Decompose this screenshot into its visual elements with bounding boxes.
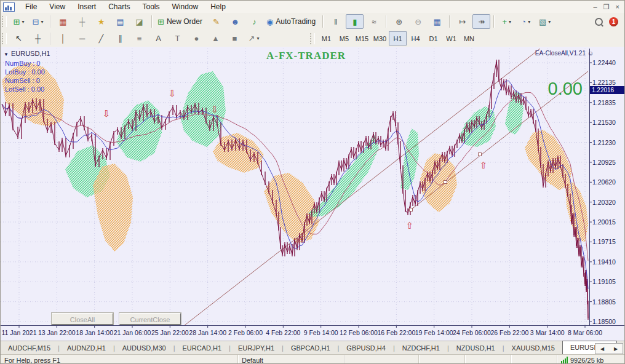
trendline-layer[interactable]: [185, 49, 588, 325]
new-order-button[interactable]: ⊞New Order: [156, 14, 206, 29]
chart-shift-button[interactable]: ↠: [472, 14, 490, 29]
price-axis-label[interactable]: 1.21835: [592, 99, 624, 106]
price-axis-label[interactable]: 1.19715: [592, 238, 624, 245]
chart-tab-nzdusd-h1[interactable]: NZDUSD,H1: [449, 342, 503, 354]
price-axis-label[interactable]: 1.22440: [592, 59, 624, 66]
chart-tab-gbpusd-h4[interactable]: GBPUSD,H4: [339, 342, 393, 354]
chart-tab-xauusd-m15[interactable]: XAUUSD,M15: [504, 342, 562, 354]
chart-canvas[interactable]: ⇩⇩⇩⇧⇧: [1, 47, 625, 341]
trendline-handle[interactable]: [479, 153, 482, 156]
text-label-button[interactable]: T: [169, 31, 186, 46]
arrows-icon: ↗: [249, 34, 255, 42]
timeframe-h4[interactable]: H4: [407, 31, 424, 46]
menu-view[interactable]: View: [43, 1, 71, 12]
timeframe-h1[interactable]: H1: [389, 31, 407, 46]
crosshair-button[interactable]: ┼: [29, 31, 47, 46]
toolbar-grip[interactable]: [2, 16, 7, 27]
new-chart-button[interactable]: ⊞▾: [10, 14, 28, 29]
timeframe-m5[interactable]: M5: [335, 31, 353, 46]
trendline[interactable]: [185, 49, 540, 325]
trendline-handle[interactable]: [410, 208, 413, 212]
navigator-button[interactable]: ★: [92, 14, 110, 29]
indicators-button[interactable]: +▾: [498, 14, 516, 29]
terminal-button[interactable]: ▤: [111, 14, 129, 29]
bar-chart-button[interactable]: ‖: [327, 14, 344, 29]
tab-scroll-right-icon[interactable]: ▶: [614, 346, 618, 352]
text-button[interactable]: A: [149, 31, 167, 46]
fibonacci-button[interactable]: ≡: [130, 31, 148, 46]
timeframe-mn[interactable]: MN: [460, 31, 478, 46]
chart-tab-eurjpy-h1[interactable]: EURJPY,H1: [231, 342, 282, 354]
symbol-label[interactable]: ▼EURUSD,H1: [4, 50, 50, 57]
price-axis-label[interactable]: 1.22135: [592, 79, 624, 86]
triangle-button[interactable]: ▲: [207, 31, 225, 46]
menu-tools[interactable]: Tools: [137, 1, 166, 12]
menu-insert[interactable]: Insert: [71, 1, 102, 12]
menu-window[interactable]: Window: [166, 1, 205, 12]
restore-button[interactable]: ❐: [603, 3, 610, 11]
price-axis-label[interactable]: 1.21530: [592, 119, 624, 126]
arrows-button[interactable]: ↗▾: [245, 31, 263, 46]
trendline-handle[interactable]: [444, 181, 447, 184]
strategy-tester-button[interactable]: ◪: [130, 14, 148, 29]
price-axis-label[interactable]: 1.20925: [592, 159, 624, 166]
metaeditor-button[interactable]: ✎: [207, 14, 225, 29]
equidistant-channel-button[interactable]: ∥: [111, 31, 129, 46]
timeframe-w1[interactable]: W1: [442, 31, 460, 46]
line-chart-button[interactable]: ≈: [365, 14, 383, 29]
status-profile[interactable]: Default: [238, 355, 344, 364]
tile-windows-button[interactable]: ▦: [428, 14, 446, 29]
trendline-tool-button[interactable]: ╱: [92, 31, 110, 46]
auto-scroll-button[interactable]: ↦: [453, 14, 471, 29]
price-axis-label[interactable]: 1.20015: [592, 218, 624, 226]
timeframe-m1[interactable]: M1: [317, 31, 335, 46]
chart-tab-eurcad-h1[interactable]: EURCAD,H1: [175, 342, 229, 354]
minimize-button[interactable]: –: [594, 3, 597, 10]
menu-charts[interactable]: Charts: [102, 1, 136, 12]
alerts-button[interactable]: ♪: [245, 14, 263, 29]
chart-tab-gbpcad-h1[interactable]: GBPCAD,H1: [284, 342, 338, 354]
time-axis-label[interactable]: 8 Mar 06:00: [562, 329, 608, 336]
price-axis-label[interactable]: 1.18500: [592, 318, 624, 325]
smiley-icon[interactable]: ☺: [587, 50, 594, 57]
price-axis-label[interactable]: 1.19105: [592, 278, 624, 285]
current-close-button[interactable]: CurrentClose: [119, 313, 181, 325]
tab-scroll-left-icon[interactable]: ◀: [600, 346, 604, 352]
experts-button[interactable]: ☻: [226, 14, 244, 29]
rectangle-button[interactable]: ■: [226, 31, 244, 46]
cursor-button[interactable]: ↖: [10, 31, 28, 46]
chart-tab-nzdchf-h1[interactable]: NZDCHF,H1: [395, 342, 447, 354]
menu-help[interactable]: Help: [204, 1, 232, 12]
price-axis-label[interactable]: 1.20620: [592, 178, 624, 186]
price-axis-label[interactable]: 1.19410: [592, 258, 624, 266]
price-axis-label[interactable]: 1.18805: [592, 298, 624, 306]
candlestick-chart-button[interactable]: ▮: [346, 14, 364, 29]
templates-button[interactable]: ▧▾: [536, 14, 554, 29]
vertical-line-button[interactable]: │: [54, 31, 72, 46]
notification-badge[interactable]: 1: [609, 17, 618, 26]
zoom-in-button[interactable]: ⊕: [390, 14, 408, 29]
chart-tab-audnzd-h1[interactable]: AUDNZD,H1: [60, 342, 113, 354]
chart-tab-audusd-m30[interactable]: AUDUSD,M30: [115, 342, 173, 354]
timeframe-m30[interactable]: M30: [371, 31, 389, 46]
close-button[interactable]: ×: [616, 3, 619, 10]
toolbar-grip[interactable]: [310, 33, 315, 44]
close-all-button[interactable]: CloseAll: [52, 313, 113, 325]
periods-button[interactable]: ◔▾: [517, 14, 535, 29]
toolbar-grip[interactable]: [2, 33, 7, 44]
menu-file[interactable]: File: [19, 1, 43, 12]
price-axis-label[interactable]: 1.20320: [592, 199, 624, 206]
autotrading-button[interactable]: ◉AutoTrading: [265, 14, 319, 29]
ellipse-button[interactable]: ●: [188, 31, 205, 46]
zoom-out-button[interactable]: ⊖: [409, 14, 427, 29]
search-icon[interactable]: [595, 18, 603, 26]
timeframe-m15[interactable]: M15: [353, 31, 371, 46]
horizontal-line-button[interactable]: ─: [73, 31, 91, 46]
price-axis-label[interactable]: 1.21230: [592, 139, 624, 146]
data-window-button[interactable]: ┼: [73, 14, 91, 29]
timeframe-d1[interactable]: D1: [424, 31, 442, 46]
chart-tab-audchf-m15[interactable]: AUDCHF,M15: [1, 342, 58, 354]
profiles-button[interactable]: ⊟▾: [29, 14, 47, 29]
toolbar-separator: [50, 33, 51, 45]
market-watch-button[interactable]: ▦: [54, 14, 72, 29]
